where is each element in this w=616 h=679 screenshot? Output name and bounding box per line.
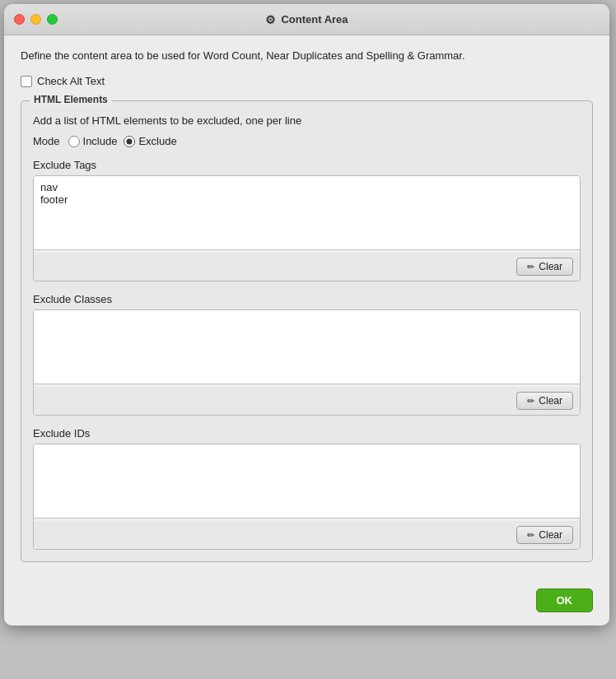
traffic-lights xyxy=(14,14,58,25)
exclude-ids-clear-button[interactable]: ✏ Clear xyxy=(516,526,573,544)
exclude-radio[interactable] xyxy=(124,136,135,147)
dialog-window: ⚙ Content Area Define the content area t… xyxy=(4,4,609,626)
exclude-tags-label: Exclude Tags xyxy=(33,159,581,171)
exclude-ids-container: ✏ Clear xyxy=(33,444,581,550)
exclude-tags-clear-button[interactable]: ✏ Clear xyxy=(516,258,573,276)
exclude-tags-footer: ✏ Clear xyxy=(34,253,580,281)
exclude-classes-textarea[interactable] xyxy=(34,310,580,384)
exclude-classes-clear-button[interactable]: ✏ Clear xyxy=(516,392,573,410)
close-button[interactable] xyxy=(14,14,25,25)
window-title-container: ⚙ Content Area xyxy=(265,13,348,26)
description-text: Define the content area to be used for W… xyxy=(21,49,593,63)
ok-button[interactable]: OK xyxy=(536,588,594,612)
exclude-ids-section: Exclude IDs ✏ Clear xyxy=(33,427,581,550)
exclude-tags-section: Exclude Tags nav footer ✏ Clear xyxy=(33,159,581,281)
minimize-button[interactable] xyxy=(30,14,41,25)
exclude-ids-clear-label: Clear xyxy=(539,529,562,541)
html-elements-group: HTML Elements Add a list of HTML element… xyxy=(21,100,593,562)
exclude-label: Exclude xyxy=(138,135,176,147)
exclude-classes-container: ✏ Clear xyxy=(33,309,581,416)
maximize-button[interactable] xyxy=(47,14,58,25)
check-alt-text-checkbox[interactable] xyxy=(21,76,32,87)
exclude-classes-section: Exclude Classes ✏ Clear xyxy=(33,293,581,416)
exclude-tags-textarea[interactable]: nav footer xyxy=(34,176,580,250)
pen-icon-3: ✏ xyxy=(527,530,534,541)
add-list-description: Add a list of HTML elements to be exclud… xyxy=(33,114,581,127)
exclude-classes-clear-label: Clear xyxy=(539,395,562,407)
exclude-ids-footer: ✏ Clear xyxy=(34,521,580,549)
check-alt-text-row: Check Alt Text xyxy=(21,75,593,87)
exclude-option: Exclude xyxy=(124,135,176,147)
check-alt-text-label: Check Alt Text xyxy=(37,75,105,87)
pen-icon: ✏ xyxy=(527,262,534,272)
pen-icon-2: ✏ xyxy=(527,396,534,407)
mode-row: Mode Include Exclude xyxy=(33,135,581,147)
exclude-classes-label: Exclude Classes xyxy=(33,293,581,305)
bottom-bar: OK xyxy=(4,579,609,626)
title-bar: ⚙ Content Area xyxy=(4,4,609,35)
title-icon: ⚙ xyxy=(265,13,276,26)
exclude-tags-container: nav footer ✏ Clear xyxy=(33,175,581,281)
window-content: Define the content area to be used for W… xyxy=(4,35,609,579)
exclude-classes-footer: ✏ Clear xyxy=(34,387,580,415)
exclude-ids-textarea[interactable] xyxy=(34,444,580,519)
exclude-tags-clear-label: Clear xyxy=(539,261,562,272)
mode-label: Mode xyxy=(33,135,60,147)
exclude-ids-label: Exclude IDs xyxy=(33,427,581,439)
include-radio[interactable] xyxy=(68,136,80,147)
group-legend: HTML Elements xyxy=(30,94,112,105)
include-label: Include xyxy=(83,135,118,147)
window-title: Content Area xyxy=(281,13,348,26)
include-option: Include xyxy=(68,135,118,147)
